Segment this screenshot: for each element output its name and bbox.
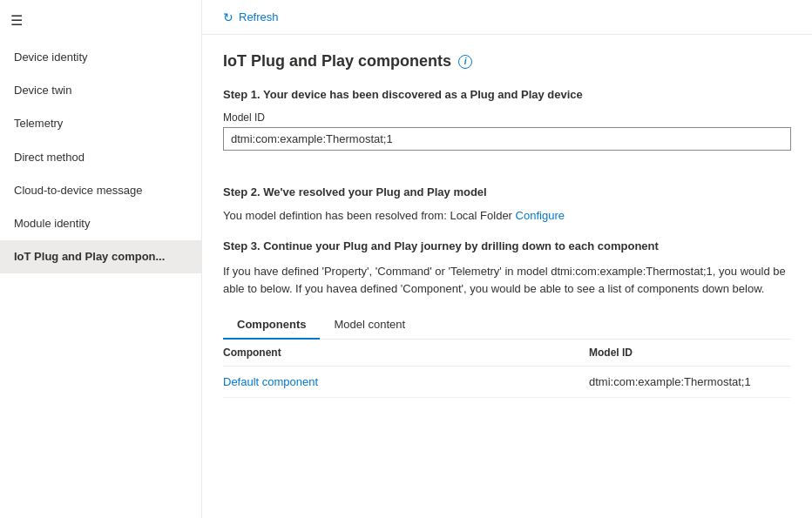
table-section: Component Model ID Default component dtm… bbox=[223, 340, 791, 398]
main-panel: ↻ Refresh IoT Plug and Play components i… bbox=[202, 0, 812, 518]
step2-heading: Step 2. We've resolved your Plug and Pla… bbox=[223, 185, 791, 198]
col-header-model-id: Model ID bbox=[589, 346, 791, 359]
model-id-label: Model ID bbox=[223, 111, 791, 124]
hamburger-icon: ☰ bbox=[10, 13, 23, 28]
info-icon[interactable]: i bbox=[458, 55, 472, 69]
sidebar-item-telemetry[interactable]: Telemetry bbox=[0, 107, 201, 140]
resolved-text: You model defintion has been resolved fr… bbox=[223, 209, 791, 222]
content-area: IoT Plug and Play components i Step 1. Y… bbox=[202, 35, 812, 518]
table-row: Default component dtmi:com:example:Therm… bbox=[223, 367, 791, 398]
sidebar-item-device-twin[interactable]: Device twin bbox=[0, 74, 201, 107]
toolbar: ↻ Refresh bbox=[202, 0, 812, 35]
sidebar-item-module-identity[interactable]: Module identity bbox=[0, 207, 201, 240]
refresh-button[interactable]: ↻ Refresh bbox=[216, 7, 286, 28]
sidebar: ☰ Device identityDevice twinTelemetryDir… bbox=[0, 0, 202, 518]
sidebar-item-iot-plug-play[interactable]: IoT Plug and Play compon... bbox=[0, 240, 201, 273]
refresh-label: Refresh bbox=[239, 10, 279, 24]
model-id-input[interactable] bbox=[223, 127, 791, 151]
component-link[interactable]: Default component bbox=[223, 375, 318, 388]
hamburger-menu[interactable]: ☰ bbox=[0, 0, 201, 41]
step2-section: Step 2. We've resolved your Plug and Pla… bbox=[223, 185, 791, 222]
sidebar-item-cloud-to-device[interactable]: Cloud-to-device message bbox=[0, 174, 201, 207]
step3-heading: Step 3. Continue your Plug and Play jour… bbox=[223, 239, 791, 252]
step1-section: Step 1. Your device has been discovered … bbox=[223, 88, 791, 168]
step1-heading: Step 1. Your device has been discovered … bbox=[223, 88, 791, 101]
step3-section: Step 3. Continue your Plug and Play jour… bbox=[223, 239, 791, 398]
table-header: Component Model ID bbox=[223, 340, 791, 367]
tabs-container: ComponentsModel content bbox=[223, 311, 791, 340]
step3-description: If you have defined 'Property', 'Command… bbox=[223, 263, 791, 297]
tab-model-content[interactable]: Model content bbox=[320, 311, 419, 340]
row-model-id: dtmi:com:example:Thermostat;1 bbox=[589, 375, 791, 388]
page-title-container: IoT Plug and Play components i bbox=[223, 52, 791, 71]
tab-components[interactable]: Components bbox=[223, 311, 320, 340]
configure-link[interactable]: Configure bbox=[516, 209, 565, 222]
page-title: IoT Plug and Play components bbox=[223, 52, 451, 71]
refresh-icon: ↻ bbox=[223, 10, 233, 24]
col-header-component: Component bbox=[223, 346, 589, 359]
sidebar-item-direct-method[interactable]: Direct method bbox=[0, 141, 201, 174]
sidebar-item-device-identity[interactable]: Device identity bbox=[0, 41, 201, 74]
